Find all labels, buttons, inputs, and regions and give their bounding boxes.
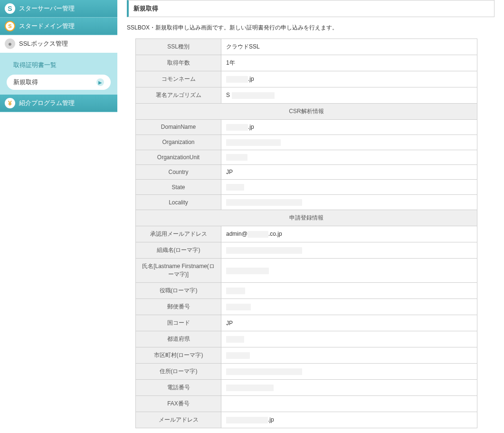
subnav-label: 取得証明書一覧 (13, 61, 57, 69)
value: admin@.co.jp (221, 226, 477, 242)
label: メールアドレス (136, 412, 221, 428)
nav-label: 紹介プログラム管理 (19, 99, 75, 107)
row-domain-name: DomainName .jp (136, 120, 477, 135)
section-application: 申請登録情報 (136, 210, 477, 226)
label: 氏名[Lastname Firstname(ローマ字)] (136, 259, 221, 283)
value (221, 242, 477, 259)
form-table: SSL種別 クラウドSSL 取得年数 1年 コモンネーム .jp 署名アルゴリズ… (135, 38, 477, 428)
nav-label: SSLボックス管理 (19, 39, 68, 48)
row-prefecture: 都道府県 (136, 331, 477, 347)
row-email: メールアドレス .jp (136, 412, 477, 428)
label: 役職(ローマ字) (136, 283, 221, 299)
main-content: 新規取得 SSLBOX・新規取得申し込み画面です。新しい証明書発行の申し込みを行… (117, 0, 504, 433)
value: .jp (221, 412, 477, 428)
value (221, 380, 477, 396)
label: FAX番号 (136, 396, 221, 412)
label: 都道府県 (136, 331, 221, 347)
label: 住所(ローマ字) (136, 364, 221, 380)
label: OrganizationUnit (136, 150, 221, 165)
row-locality: Locality (136, 195, 477, 210)
server-icon: S (5, 3, 15, 14)
row-name-roman: 氏名[Lastname Firstname(ローマ字)] (136, 259, 477, 283)
sub-nav: 取得証明書一覧 新規取得 ▶ (0, 53, 117, 95)
subnav-label: 新規取得 (13, 78, 38, 87)
value (221, 331, 477, 347)
section-label: CSR解析情報 (136, 104, 477, 120)
value (221, 150, 477, 165)
sslbox-icon: ● (5, 38, 15, 49)
value (221, 195, 477, 210)
row-common-name: コモンネーム .jp (136, 71, 477, 87)
value (221, 347, 477, 364)
nav-star-domain[interactable]: S スタードメイン管理 (0, 18, 117, 35)
label: State (136, 180, 221, 195)
subnav-cert-list[interactable]: 取得証明書一覧 (7, 58, 111, 73)
value (221, 396, 477, 412)
label: 組織名(ローマ字) (136, 242, 221, 259)
value: .jp (221, 120, 477, 135)
page-title: 新規取得 (127, 0, 494, 17)
label: コモンネーム (136, 71, 221, 87)
label: Country (136, 165, 221, 180)
label: SSL種別 (136, 39, 221, 55)
row-organization: Organization (136, 135, 477, 150)
label: Locality (136, 195, 221, 210)
value (221, 283, 477, 299)
sidebar: S スターサーバー管理 S スタードメイン管理 ● SSLボックス管理 取得証明… (0, 0, 117, 433)
label: 郵便番号 (136, 299, 221, 315)
nav-referral[interactable]: ¥ 紹介プログラム管理 (0, 95, 117, 112)
label: 署名アルゴリズム (136, 87, 221, 104)
nav-sslbox[interactable]: ● SSLボックス管理 (0, 35, 117, 53)
value: JP (221, 165, 477, 180)
label: 承認用メールアドレス (136, 226, 221, 242)
label: 国コード (136, 315, 221, 331)
row-postal: 郵便番号 (136, 299, 477, 315)
row-title-roman: 役職(ローマ字) (136, 283, 477, 299)
nav-label: スタードメイン管理 (19, 22, 75, 30)
nav-star-server[interactable]: S スターサーバー管理 (0, 0, 117, 18)
row-sig-alg: 署名アルゴリズム S (136, 87, 477, 104)
label: 取得年数 (136, 55, 221, 71)
row-state: State (136, 180, 477, 195)
row-org-roman: 組織名(ローマ字) (136, 242, 477, 259)
row-fax: FAX番号 (136, 396, 477, 412)
value: クラウドSSL (221, 39, 477, 55)
row-country: Country JP (136, 165, 477, 180)
page-description: SSLBOX・新規取得申し込み画面です。新しい証明書発行の申し込みを行えます。 (127, 24, 494, 32)
domain-icon: S (5, 21, 15, 31)
section-label: 申請登録情報 (136, 210, 477, 226)
row-address-roman: 住所(ローマ字) (136, 364, 477, 380)
row-ssl-type: SSL種別 クラウドSSL (136, 39, 477, 55)
label: 市区町村(ローマ字) (136, 347, 221, 364)
row-organization-unit: OrganizationUnit (136, 150, 477, 165)
value (221, 299, 477, 315)
value: 1年 (221, 55, 477, 71)
value: S (221, 87, 477, 104)
label: Organization (136, 135, 221, 150)
subnav-new-acquire[interactable]: 新規取得 ▶ (7, 75, 111, 90)
value (221, 180, 477, 195)
section-csr: CSR解析情報 (136, 104, 477, 120)
value: .jp (221, 71, 477, 87)
play-icon: ▶ (96, 78, 104, 86)
value (221, 135, 477, 150)
value (221, 259, 477, 283)
value (221, 364, 477, 380)
row-phone: 電話番号 (136, 380, 477, 396)
row-country-code: 国コード JP (136, 315, 477, 331)
label: 電話番号 (136, 380, 221, 396)
nav-label: スターサーバー管理 (19, 4, 75, 13)
label: DomainName (136, 120, 221, 135)
yen-icon: ¥ (5, 98, 15, 108)
value: JP (221, 315, 477, 331)
row-approval-email: 承認用メールアドレス admin@.co.jp (136, 226, 477, 242)
row-years: 取得年数 1年 (136, 55, 477, 71)
row-city-roman: 市区町村(ローマ字) (136, 347, 477, 364)
